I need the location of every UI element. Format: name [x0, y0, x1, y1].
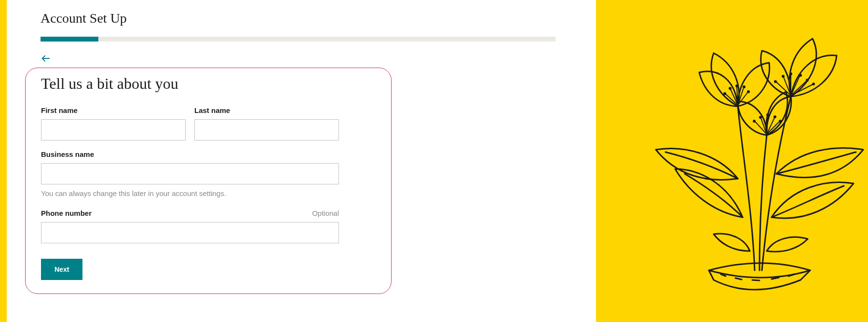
svg-line-2: [735, 278, 742, 280]
svg-point-31: [767, 114, 769, 116]
business-name-input[interactable]: [41, 163, 339, 184]
last-name-input[interactable]: [194, 119, 339, 140]
form-heading: Tell us a bit about you: [41, 75, 376, 93]
back-arrow-icon[interactable]: [41, 53, 51, 64]
first-name-field: First name: [41, 106, 186, 140]
svg-point-29: [760, 116, 761, 118]
svg-point-15: [747, 91, 749, 93]
page-title: Account Set Up: [41, 11, 556, 26]
svg-point-17: [782, 75, 784, 77]
svg-point-27: [813, 83, 814, 85]
phone-number-input[interactable]: [41, 222, 339, 243]
flower-illustration-icon: [617, 10, 868, 309]
svg-point-37: [779, 120, 781, 122]
progress-bar: [41, 37, 556, 42]
first-name-label: First name: [41, 106, 186, 114]
svg-point-33: [774, 116, 776, 118]
progress-fill: [41, 37, 98, 42]
svg-point-23: [806, 79, 808, 81]
first-name-input[interactable]: [41, 119, 186, 140]
svg-point-19: [790, 73, 792, 75]
svg-point-21: [800, 74, 801, 76]
main-content: Account Set Up Tell us a bit about you F…: [41, 11, 556, 294]
svg-point-25: [774, 81, 776, 83]
right-illustration-panel: [596, 0, 868, 322]
next-button[interactable]: Next: [41, 259, 82, 280]
phone-number-label: Phone number: [41, 209, 92, 217]
svg-point-9: [736, 85, 738, 87]
last-name-label: Last name: [194, 106, 339, 114]
svg-line-3: [752, 280, 760, 280]
business-name-label: Business name: [41, 150, 339, 158]
svg-point-35: [753, 120, 755, 122]
svg-point-13: [724, 93, 726, 95]
svg-point-7: [729, 87, 731, 89]
business-name-helper: You can always change this later in your…: [41, 189, 376, 197]
phone-label-row: Phone number Optional: [41, 209, 339, 222]
svg-point-11: [743, 86, 745, 88]
form-highlight-box: Tell us a bit about you First name Last …: [25, 68, 392, 294]
business-name-field: Business name: [41, 150, 339, 184]
last-name-field: Last name: [194, 106, 339, 140]
phone-optional-label: Optional: [312, 209, 339, 217]
left-accent-stripe: [0, 0, 7, 322]
